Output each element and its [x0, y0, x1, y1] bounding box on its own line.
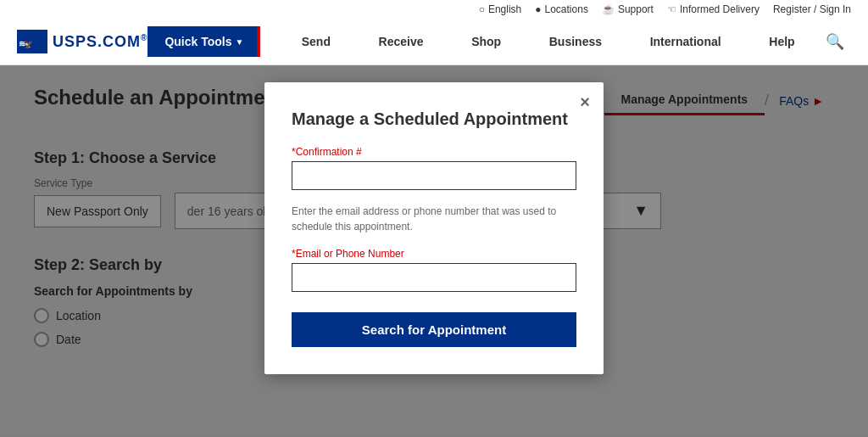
confirmation-label: *Confirmation #: [292, 146, 576, 158]
email-label: *Email or Phone Number: [292, 248, 576, 260]
modal-close-button[interactable]: ×: [580, 92, 590, 112]
search-appointment-button[interactable]: Search for Appointment: [292, 312, 576, 347]
usps-logo[interactable]: ≋ 🦅 USPS.COM®: [17, 30, 147, 53]
quick-tools-button[interactable]: Quick Tools ▼: [147, 26, 260, 57]
page-background: Schedule an Appointment Schedule an Appo…: [0, 65, 868, 437]
nav-shop[interactable]: Shop: [461, 26, 511, 57]
register-signin-link[interactable]: Register / Sign In: [773, 3, 851, 15]
headset-icon: ☕: [602, 3, 615, 15]
modal-title: Manage a Scheduled Appointment: [292, 109, 576, 129]
modal-help-text: Enter the email address or phone number …: [292, 204, 576, 234]
header: ○ English ● Locations ☕ Support ☜ Inform…: [0, 0, 868, 65]
header-top: ○ English ● Locations ☕ Support ☜ Inform…: [0, 0, 868, 19]
language-selector[interactable]: ○ English: [479, 3, 522, 15]
header-main: ≋ 🦅 USPS.COM® Quick Tools ▼ Send Receive…: [0, 19, 868, 64]
nav-send[interactable]: Send: [292, 26, 341, 57]
chevron-down-icon: ▼: [235, 37, 243, 47]
usps-logo-text: USPS.COM®: [53, 33, 147, 51]
modal-overlay: × Manage a Scheduled Appointment *Confir…: [0, 65, 868, 437]
modal-dialog: × Manage a Scheduled Appointment *Confir…: [264, 82, 604, 374]
locations-link[interactable]: ● Locations: [535, 3, 588, 15]
eagle-icon: ≋ 🦅: [17, 30, 47, 53]
nav-international[interactable]: International: [640, 26, 732, 57]
confirmation-input[interactable]: [292, 161, 576, 190]
informed-delivery-link[interactable]: ☜ Informed Delivery: [667, 3, 760, 15]
nav-receive[interactable]: Receive: [369, 26, 434, 57]
email-phone-input[interactable]: [292, 263, 576, 292]
support-link[interactable]: ☕ Support: [602, 3, 654, 15]
person-icon: ☜: [667, 3, 676, 15]
nav-help[interactable]: Help: [759, 26, 804, 57]
pin-icon: ●: [535, 3, 541, 15]
svg-text:🦅: 🦅: [24, 39, 34, 49]
search-button[interactable]: 🔍: [819, 25, 851, 58]
main-nav: Send Receive Shop Business International…: [277, 26, 819, 57]
globe-icon: ○: [479, 3, 485, 15]
nav-business[interactable]: Business: [539, 26, 612, 57]
